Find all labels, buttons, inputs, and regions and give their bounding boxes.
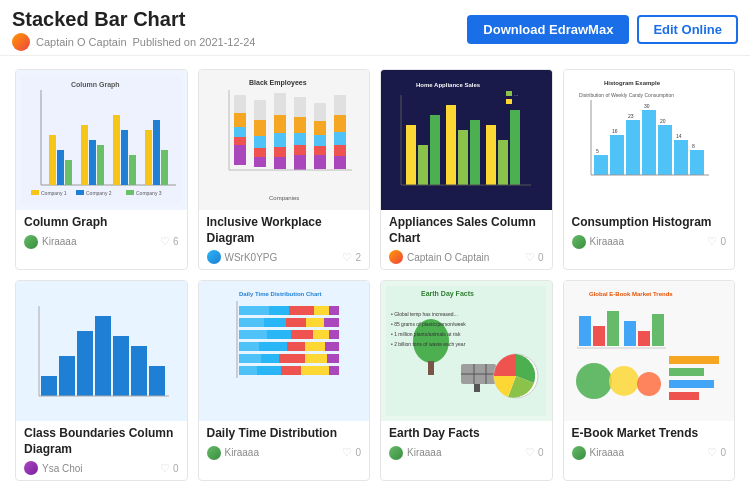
svg-rect-129 xyxy=(239,366,257,375)
svg-rect-20 xyxy=(153,120,160,185)
svg-rect-17 xyxy=(121,130,128,185)
svg-rect-130 xyxy=(257,366,281,375)
card-footer: Ysa Choi ♡ 0 xyxy=(24,461,179,475)
svg-rect-28 xyxy=(234,137,246,145)
card-author: Kiraaaa xyxy=(24,235,76,249)
card-likes: ♡ 0 xyxy=(160,462,179,475)
card-info: Appliances Sales Column Chart Captain O … xyxy=(381,210,552,269)
heart-icon: ♡ xyxy=(525,251,535,264)
card-daily-time[interactable]: Daily Time Distribution Chart xyxy=(198,280,371,481)
author-name: Captain O Captain xyxy=(407,252,489,263)
svg-rect-38 xyxy=(274,147,286,157)
svg-rect-31 xyxy=(254,120,266,136)
card-column-graph[interactable]: Column Graph Company 1 Company 2 Company… xyxy=(15,69,188,270)
likes-count: 6 xyxy=(173,236,179,247)
svg-rect-33 xyxy=(254,148,266,157)
card-likes: ♡ 0 xyxy=(342,446,361,459)
svg-rect-155 xyxy=(638,331,650,346)
svg-rect-61 xyxy=(506,99,512,104)
svg-rect-94 xyxy=(59,356,75,396)
author-avatar-icon xyxy=(207,446,221,460)
svg-text:14: 14 xyxy=(676,133,682,139)
svg-rect-151 xyxy=(579,316,591,346)
card-footer: Kiraaaa ♡ 6 xyxy=(24,235,179,249)
svg-rect-35 xyxy=(274,93,286,115)
svg-rect-131 xyxy=(281,366,301,375)
card-title: Earth Day Facts xyxy=(389,426,544,442)
svg-rect-123 xyxy=(325,342,339,351)
svg-text:8: 8 xyxy=(692,143,695,149)
svg-rect-99 xyxy=(149,366,165,396)
card-likes: ♡ 6 xyxy=(160,235,179,248)
svg-rect-15 xyxy=(97,145,104,185)
svg-rect-153 xyxy=(607,311,619,346)
card-ebook-trends[interactable]: Global E-Book Market Trends E-Book Marke… xyxy=(563,280,736,481)
author-name: Kiraaaa xyxy=(225,447,259,458)
svg-rect-98 xyxy=(131,346,147,396)
svg-rect-65 xyxy=(446,105,456,185)
svg-rect-110 xyxy=(264,318,286,327)
card-class-boundaries[interactable]: Class Boundaries Column Diagram Ysa Choi… xyxy=(15,280,188,481)
card-title: Column Graph xyxy=(24,215,179,231)
svg-rect-128 xyxy=(327,354,339,363)
card-inclusive-workplace[interactable]: Black Employees Companies xyxy=(198,69,371,270)
svg-text:Global E-Book Market Trends: Global E-Book Market Trends xyxy=(589,291,673,297)
svg-rect-11 xyxy=(57,150,64,185)
likes-count: 0 xyxy=(720,447,726,458)
card-appliances-sales[interactable]: Home Appliance Sales ... Appliances Sale… xyxy=(380,69,553,270)
svg-text:...: ... xyxy=(514,91,518,97)
card-consumption-histogram[interactable]: Histogram Example Distribution of Weekly… xyxy=(563,69,736,270)
svg-rect-13 xyxy=(81,125,88,185)
heart-icon: ♡ xyxy=(160,462,170,475)
card-likes: ♡ 0 xyxy=(525,446,544,459)
author-avatar-icon xyxy=(24,235,38,249)
card-earth-day[interactable]: Earth Day Facts • Global temp has increa… xyxy=(380,280,553,481)
svg-rect-70 xyxy=(510,110,520,185)
edit-button[interactable]: Edit Online xyxy=(637,15,738,44)
svg-rect-49 xyxy=(314,155,326,169)
svg-text:Distribution of Weekly Candy C: Distribution of Weekly Candy Consumption xyxy=(579,92,674,98)
svg-rect-138 xyxy=(428,361,434,375)
svg-rect-21 xyxy=(161,150,168,185)
likes-count: 0 xyxy=(173,463,179,474)
svg-rect-143 xyxy=(474,384,480,392)
header-author: Captain O Captain xyxy=(36,36,127,48)
page-header: Stacked Bar Chart Captain O Captain Publ… xyxy=(0,0,750,56)
svg-point-158 xyxy=(609,366,639,396)
svg-rect-30 xyxy=(254,100,266,120)
svg-rect-161 xyxy=(669,368,704,376)
heart-icon: ♡ xyxy=(707,446,717,459)
author-name: Kiraaaa xyxy=(590,447,624,458)
svg-rect-59 xyxy=(506,91,512,96)
svg-rect-121 xyxy=(287,342,305,351)
card-title: E-Book Market Trends xyxy=(572,426,727,442)
svg-rect-127 xyxy=(305,354,327,363)
download-button[interactable]: Download EdrawMax xyxy=(467,15,629,44)
svg-rect-69 xyxy=(498,140,508,185)
card-footer: Kiraaaa ♡ 0 xyxy=(389,446,544,460)
likes-count: 0 xyxy=(355,447,361,458)
author-name: Kiraaaa xyxy=(42,236,76,247)
svg-rect-114 xyxy=(239,330,267,339)
card-likes: ♡ 2 xyxy=(342,251,361,264)
svg-text:Column Graph: Column Graph xyxy=(71,81,120,89)
card-thumbnail: Daily Time Distribution Chart xyxy=(199,281,370,421)
card-thumbnail: Histogram Example Distribution of Weekly… xyxy=(564,70,735,210)
card-info: Earth Day Facts Kiraaaa ♡ 0 xyxy=(381,421,552,465)
heart-icon: ♡ xyxy=(342,446,352,459)
card-author: Ysa Choi xyxy=(24,461,83,475)
svg-rect-116 xyxy=(291,330,313,339)
author-avatar-icon xyxy=(389,250,403,264)
svg-text:23: 23 xyxy=(628,113,634,119)
card-footer: Kiraaaa ♡ 0 xyxy=(572,235,727,249)
card-title: Appliances Sales Column Chart xyxy=(389,215,544,246)
likes-count: 0 xyxy=(538,252,544,263)
svg-rect-78 xyxy=(626,120,640,175)
heart-icon: ♡ xyxy=(525,446,535,459)
card-title: Class Boundaries Column Diagram xyxy=(24,426,179,457)
svg-rect-29 xyxy=(234,145,246,165)
svg-rect-107 xyxy=(314,306,329,315)
svg-rect-19 xyxy=(145,130,152,185)
svg-text:Home Appliance Sales: Home Appliance Sales xyxy=(416,82,481,88)
svg-rect-82 xyxy=(690,150,704,175)
